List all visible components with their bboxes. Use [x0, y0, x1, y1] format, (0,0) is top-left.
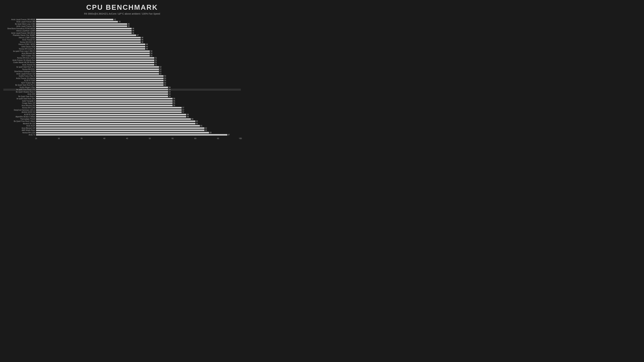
bar-fill — [36, 102, 172, 104]
bar-label: Scythe Mugen 5 Rev — [3, 86, 36, 88]
bar-label: Azza Blizzard 240 — [3, 105, 36, 106]
bar-label: ALSEYE H240 — [3, 114, 36, 115]
bar-fill — [36, 125, 200, 126]
bar-label: Scythe Fuma 2 Rev B — [3, 75, 36, 77]
bar-row: Phanteks Glacier One 360MP47 — [3, 34, 241, 36]
bar-value: 60 — [196, 123, 198, 124]
bar-row: Azza Blizzard 12062 — [3, 127, 241, 129]
bar-wrap: 58 — [36, 113, 241, 115]
bar-label: Phanteks Glacier One 360MP — [3, 34, 36, 36]
chart-title: CPU BENCHMARK — [3, 3, 241, 11]
bar-value: 52 — [160, 73, 162, 75]
bar-fill — [36, 123, 196, 124]
bar-label: Xilence XC061 / M705 — [3, 43, 36, 45]
bar-label: Be Quiet Silent Loop 2 360 — [3, 23, 36, 25]
bar-fill — [36, 28, 132, 29]
bar-row: Cooler Master ML240 Illusion51 — [3, 61, 241, 63]
bar-fill — [36, 30, 132, 31]
bar-row: Arctic A3554 — [3, 93, 241, 95]
bar-row: Xilence LiQuRizer LQ36046 — [3, 30, 241, 32]
bar-fill — [36, 130, 204, 131]
bar-fill — [36, 78, 164, 79]
x-axis-tick: 30 — [58, 137, 60, 139]
bar-wrap: 52 — [36, 73, 241, 75]
bar-value: 53 — [164, 77, 166, 79]
bar-wrap: 51 — [36, 64, 241, 66]
bar-wrap: 54 — [36, 93, 241, 95]
bar-value: 50 — [150, 50, 152, 52]
bar-row: Arctic Freezer 34 eSports Duo51 — [3, 59, 241, 61]
bar-value: 46 — [132, 30, 134, 32]
bar-row: AMD Wrath Prism62 — [3, 129, 241, 131]
bar-wrap: 60 — [36, 122, 241, 124]
bar-label: AKASA SOHO H4 — [3, 111, 36, 113]
bar-fill — [36, 118, 191, 120]
bar-wrap: 52 — [36, 66, 241, 68]
bar-value: 58 — [187, 116, 189, 118]
bar-value: 48 — [142, 41, 143, 43]
bar-wrap: 53 — [36, 75, 241, 77]
bar-value: 49 — [146, 46, 148, 48]
bar-label: Arctic A35 — [3, 93, 36, 95]
bar-wrap: 53 — [36, 82, 241, 84]
bar-fill — [36, 37, 141, 38]
bar-value: 48 — [142, 39, 143, 41]
bar-value: 46 — [132, 32, 134, 34]
bar-row: Noctua NH-U12A C.B49 — [3, 48, 241, 50]
bar-value: 54 — [169, 95, 170, 97]
chart-subtitle: R9 3900x@4.36GHZ/1.4vCore / ΔΡ°C above a… — [3, 12, 241, 15]
bar-label: Arctic Liquid Freezer 120 — [3, 73, 36, 75]
bar-wrap: 55 — [36, 104, 241, 106]
bar-fill — [36, 34, 136, 36]
bar-row: Arctic Liquid Freezer 12052 — [3, 73, 241, 75]
bar-row: be quiet! Dark Rock Slim55 — [3, 98, 241, 100]
bar-wrap: 54 — [36, 91, 241, 93]
bar-row: NZXT Kraken X5350 — [3, 55, 241, 57]
bar-label: SilverStone Hydrogon D120 — [3, 70, 36, 72]
bar-wrap: 51 — [36, 61, 241, 63]
bar-wrap: 60 — [36, 120, 241, 122]
bar-wrap: 54 — [36, 89, 241, 91]
bar-fill — [36, 55, 150, 56]
bar-fill — [36, 91, 168, 93]
bar-label: NZXT Kraken M22 — [3, 82, 36, 84]
bar-value: 54 — [169, 93, 170, 95]
bar-wrap: 67 — [36, 134, 241, 136]
bar-label: be quiet! Pure Loop 2 280 FX — [3, 50, 36, 52]
bar-row: SilverStone Hydrogon D12052 — [3, 70, 241, 72]
bar-row: Arctic 7x67 — [3, 134, 241, 136]
bar-row: Arctic Liquid Freezer 360 ARGB46 — [3, 32, 241, 34]
bar-fill — [36, 62, 154, 63]
bar-value: 67 — [228, 134, 230, 136]
bar-value: 57 — [182, 107, 184, 109]
bar-wrap: 43 — [36, 21, 241, 23]
bar-fill — [36, 120, 196, 122]
bar-wrap: 55 — [36, 98, 241, 100]
bar-fill — [36, 71, 159, 72]
bar-row: NZXT Kraken M2253 — [3, 82, 241, 84]
bar-value: 53 — [164, 84, 166, 86]
bar-row: Noctua NH-D15 C.B48 — [3, 41, 241, 43]
bar-row: Scythe Fuma 2 Rev B53 — [3, 75, 241, 77]
bar-fill — [36, 46, 145, 47]
bar-fill — [36, 64, 154, 65]
bar-wrap: 49 — [36, 43, 241, 45]
bar-value: 52 — [160, 66, 162, 68]
bar-row: Arctic Liquid Freezer 280 ARGB42 — [3, 18, 241, 20]
bar-wrap: 42 — [36, 18, 241, 20]
bar-fill — [36, 89, 168, 90]
bar-wrap: 49 — [36, 48, 241, 50]
bar-row: be quiet! Pure Rock 2 FX54 — [3, 89, 241, 91]
x-axis-tick: 60 — [194, 137, 196, 139]
bar-fill — [36, 32, 132, 34]
bar-value: 51 — [155, 61, 157, 63]
bar-value: 57 — [182, 111, 184, 113]
bar-fill — [36, 39, 141, 40]
bar-wrap: 50 — [36, 55, 241, 57]
bar-wrap: 54 — [36, 86, 241, 88]
bar-label: Be Quiet! Dark Rock Pro 4 — [3, 84, 36, 86]
bar-row: Alpenföhn Broken 3 White58 — [3, 116, 241, 118]
bar-label: be quiet! Dark Rock TF 2 — [3, 66, 36, 68]
bar-label: Noctua NH-C14S — [3, 107, 36, 109]
bar-value: 62 — [205, 127, 207, 129]
